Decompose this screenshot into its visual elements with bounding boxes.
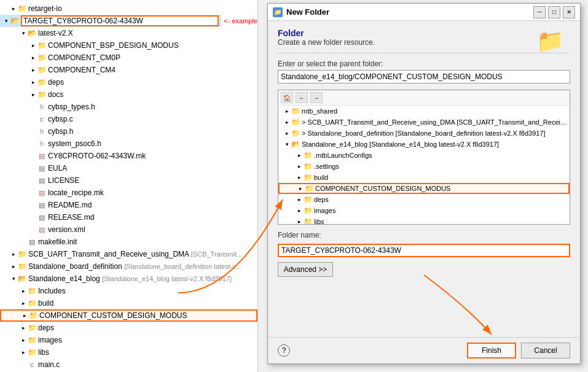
arrow-icon bbox=[29, 66, 37, 74]
item-label: retarget-io bbox=[28, 4, 255, 13]
tree-item-comp-bsp[interactable]: 📁 COMPONENT_BSP_DESIGN_MODUS bbox=[0, 39, 257, 52]
item-label-gray: [SCB_Transmit... bbox=[191, 250, 242, 258]
tree-item-cybsp-c[interactable]: c cybsp.c bbox=[0, 113, 257, 125]
finish-button[interactable]: Finish bbox=[467, 343, 516, 358]
tree-item-comp-cm0p[interactable]: 📁 COMPONENT_CM0P bbox=[0, 52, 257, 64]
help-icon[interactable]: ? bbox=[278, 344, 290, 357]
arrow-icon bbox=[29, 103, 37, 110]
item-label: .settings bbox=[314, 163, 339, 170]
dialog-tree-item-build[interactable]: 📁 build bbox=[278, 172, 570, 183]
tree-item-release[interactable]: ▤ RELEASE.md bbox=[0, 211, 257, 223]
folder-icon: 📁 bbox=[37, 65, 47, 75]
item-label: Includes bbox=[38, 287, 255, 295]
item-label: CY8CPROTO-062-4343W.mk bbox=[48, 152, 255, 160]
tree-item-standalone-e14[interactable]: 📂 Standalone_e14_blog [Standalone_e14_bl… bbox=[0, 273, 257, 285]
dialog-tree-item-standalone-e14[interactable]: 📂 Standalone_e14_blog [Standalone_e14_bl… bbox=[278, 139, 570, 150]
item-label: cybsp.c bbox=[48, 115, 255, 123]
nav-forward-button[interactable]: → bbox=[310, 92, 323, 103]
maximize-button[interactable]: □ bbox=[548, 6, 560, 18]
folder-graphic: 📁 bbox=[536, 28, 564, 54]
minimize-button[interactable]: ─ bbox=[533, 6, 546, 18]
folder-icon: 📁 bbox=[17, 4, 27, 14]
cancel-button[interactable]: Cancel bbox=[521, 343, 570, 358]
tree-item-retarget-io[interactable]: 📁 retarget-io bbox=[0, 2, 257, 15]
dialog-tree-item-images[interactable]: 📁 images bbox=[278, 205, 570, 216]
tree-item-deps[interactable]: 📁 deps bbox=[0, 76, 257, 88]
tree-item-build[interactable]: 📁 build bbox=[0, 297, 257, 309]
dialog-tree-item-scb-uart[interactable]: 📁 > SCB_UART_Transmit_and_Receive_using_… bbox=[278, 117, 570, 128]
tree-item-cybsp-h[interactable]: h cybsp.h bbox=[0, 125, 257, 138]
dialog-tree-item-standalone-board[interactable]: 📁 > Standalone_board_definition [Standal… bbox=[278, 128, 570, 139]
file-mk-icon: ▤ bbox=[37, 188, 47, 198]
arrow-icon bbox=[283, 107, 291, 115]
advanced-button[interactable]: Advanced >> bbox=[278, 262, 333, 277]
item-label: cybsp_types.h bbox=[48, 103, 255, 111]
tree-item-libs[interactable]: 📁 libs bbox=[0, 346, 257, 358]
tree-item-comp-cm4[interactable]: 📁 COMPONENT_CM4 bbox=[0, 64, 257, 76]
file-tree-panel: 📁 retarget-io 📂 TARGET_CY8CPROTO-062-434… bbox=[0, 0, 258, 372]
item-label: > SCB_UART_Transmit_and_Receive_using_DM… bbox=[302, 118, 567, 126]
tree-item-latest[interactable]: 📂 latest-v2.X bbox=[0, 27, 257, 39]
tree-item-cybsp-types[interactable]: h cybsp_types.h bbox=[0, 101, 257, 113]
tree-item-version-xml[interactable]: ▤ version.xml bbox=[0, 223, 257, 236]
folder-icon: 📁 bbox=[291, 106, 300, 116]
arrow-icon bbox=[20, 238, 27, 246]
dialog-tree-item-deps[interactable]: 📁 deps bbox=[278, 194, 570, 205]
open-folder-icon: 📂 bbox=[291, 139, 300, 149]
arrow-icon bbox=[283, 141, 291, 148]
tree-item-standalone-board[interactable]: 📁 Standalone_board_definition [Standalon… bbox=[0, 260, 257, 273]
nav-home-button[interactable]: 🏠 bbox=[281, 92, 293, 103]
folder-name-input[interactable] bbox=[278, 244, 570, 257]
dialog-tree-item-component-custom[interactable]: 📁 COMPONENT_CUSTOM_DESIGN_MODUS bbox=[278, 183, 570, 194]
file-h-icon: h bbox=[37, 102, 47, 112]
close-button[interactable]: ✕ bbox=[563, 6, 575, 18]
item-label: images bbox=[314, 207, 335, 214]
folder-icon: 📁 bbox=[27, 347, 37, 357]
folder-icon: 📁 bbox=[17, 249, 27, 259]
arrow-icon bbox=[29, 189, 37, 196]
dialog-tree-item-libs[interactable]: 📁 libs bbox=[278, 216, 570, 225]
tree-item-eula[interactable]: ▤ EULA bbox=[0, 162, 257, 174]
tree-item-license[interactable]: ▤ LICENSE bbox=[0, 174, 257, 187]
folder-icon: 📁 bbox=[303, 161, 313, 171]
tree-item-includes[interactable]: 📁 Includes bbox=[0, 285, 257, 297]
file-c-icon: c bbox=[37, 114, 47, 124]
dialog-content: Folder Create a new folder resource. 📁 E… bbox=[268, 21, 580, 337]
tree-item-target-cy8cproto[interactable]: 📂 TARGET_CY8CPROTO-062-4343W bbox=[0, 15, 221, 27]
item-label: build bbox=[314, 174, 328, 181]
tree-item-locate-recipe[interactable]: ▤ locate_recipe.mk bbox=[0, 187, 257, 199]
arrow-icon bbox=[29, 140, 37, 147]
folder-icon: 📁 bbox=[303, 150, 313, 160]
item-label: images bbox=[38, 336, 255, 344]
folder-name-section: Folder name: Advanced >> bbox=[278, 231, 570, 277]
tree-item-readme[interactable]: ▤ README.md bbox=[0, 199, 257, 211]
tree-item-docs[interactable]: 📁 docs bbox=[0, 88, 257, 101]
tree-item-scb-uart[interactable]: 📁 SCB_UART_Transmit_and_Receive_using_DM… bbox=[0, 248, 257, 260]
tree-item-mk[interactable]: ▤ CY8CPROTO-062-4343W.mk bbox=[0, 150, 257, 162]
item-label: deps bbox=[48, 78, 255, 87]
arrow-icon bbox=[29, 91, 37, 98]
parent-folder-input[interactable] bbox=[278, 70, 570, 83]
example-tag: <- example bbox=[224, 17, 257, 25]
tree-item-system-h[interactable]: h system_psoc6.h bbox=[0, 138, 257, 150]
dialog-tree-item-mtblaunch[interactable]: 📁 .mtbLaunchConfigs bbox=[278, 150, 570, 161]
dialog-tree-item-settings[interactable]: 📁 .settings bbox=[278, 161, 570, 172]
dialog-title-icon: 📁 bbox=[273, 7, 283, 17]
folder-icon: 📁 bbox=[27, 298, 37, 308]
arrow-icon bbox=[29, 128, 37, 135]
tree-item-component-custom[interactable]: 📁 COMPONENT_CUSTOM_DESIGN_MODUS bbox=[0, 309, 257, 322]
item-label: Standalone_e14_blog [Standalone_e14_blog… bbox=[302, 141, 499, 148]
tree-item-main-c[interactable]: c main.c bbox=[0, 358, 257, 371]
tree-item-images[interactable]: 📁 images bbox=[0, 334, 257, 346]
arrow-icon bbox=[29, 165, 37, 172]
open-folder-icon: 📂 bbox=[17, 274, 27, 284]
tree-item-deps2[interactable]: 📁 deps bbox=[0, 322, 257, 334]
arrow-icon bbox=[296, 163, 303, 170]
tree-item-makefile-init[interactable]: ▤ makefile.init bbox=[0, 236, 257, 248]
dialog-tree-item-mtb-shared[interactable]: 📁 mtb_shared bbox=[278, 106, 570, 117]
file-c-icon: c bbox=[27, 360, 37, 370]
tree-item-target-cy8cproto-row: 📂 TARGET_CY8CPROTO-062-4343W <- example bbox=[0, 15, 257, 27]
nav-back-button[interactable]: ← bbox=[296, 92, 308, 103]
arrow-icon bbox=[29, 152, 37, 160]
item-label: deps bbox=[38, 324, 255, 332]
